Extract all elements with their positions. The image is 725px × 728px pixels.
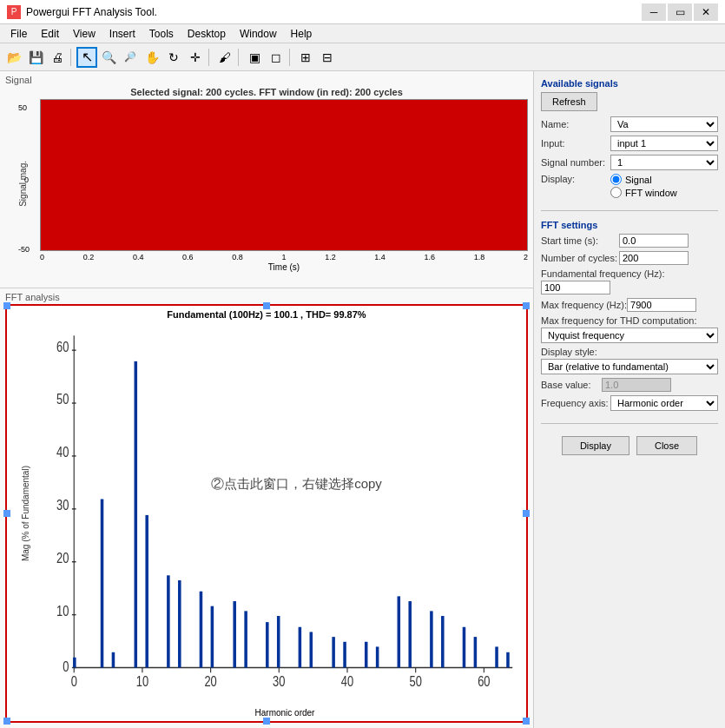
close-button-main[interactable]: Close	[636, 436, 697, 455]
freq-axis-select[interactable]: Harmonic order	[610, 395, 718, 411]
resize-handle-bm[interactable]	[263, 718, 270, 725]
max-freq-thd-select[interactable]: Nyquist frequency	[541, 328, 718, 343]
svg-rect-30	[73, 658, 76, 668]
base-value-label: Base value:	[541, 380, 602, 390]
fund-freq-input[interactable]	[541, 281, 610, 295]
svg-rect-54	[474, 637, 478, 667]
fund-freq-label: Fundamental frequency (Hz):	[541, 268, 718, 279]
svg-rect-55	[495, 646, 498, 667]
minimize-button[interactable]: ─	[642, 3, 666, 21]
svg-rect-49	[398, 596, 401, 667]
resize-handle-tl[interactable]	[3, 302, 10, 309]
radio-fft-window[interactable]: FFT window	[610, 187, 677, 198]
pointer-button[interactable]: ↖	[76, 47, 97, 68]
svg-text:20: 20	[56, 551, 69, 566]
svg-rect-48	[376, 646, 379, 667]
svg-text:10: 10	[136, 674, 148, 689]
toolbar-sep-2	[208, 49, 212, 66]
display-style-select[interactable]: Bar (relative to fundamental)	[541, 359, 718, 374]
fft-settings-section: FFT settings Start time (s): Number of c…	[541, 220, 718, 414]
radio-signal[interactable]: Signal	[610, 174, 677, 185]
max-freq-input[interactable]	[627, 298, 696, 312]
svg-rect-41	[266, 622, 269, 667]
signal-annotation: ①点击plot edit键	[69, 103, 165, 118]
3d-button[interactable]: ⊟	[317, 47, 338, 68]
new-figure-button[interactable]: ◻	[266, 47, 287, 68]
fft-panel-label: FFT analysis	[5, 292, 528, 302]
input-select[interactable]: input 1	[610, 136, 718, 151]
max-freq-row: Max frequency (Hz):	[541, 298, 718, 312]
max-freq-thd-label: Max frequency for THD computation:	[541, 315, 718, 326]
base-value-row: Base value:	[541, 378, 718, 392]
menu-file[interactable]: File	[3, 26, 34, 42]
restore-button[interactable]: ▭	[668, 3, 692, 21]
svg-rect-36	[178, 580, 181, 668]
window-controls: ─ ▭ ✕	[642, 3, 718, 21]
open-button[interactable]: 📂	[3, 47, 24, 68]
ytick-bot: -50	[18, 245, 30, 254]
available-signals-section: Available signals Refresh Name: Va Input…	[541, 78, 718, 202]
menu-edit[interactable]: Edit	[34, 26, 66, 42]
figure-button[interactable]: ▣	[244, 47, 265, 68]
num-cycles-row: Number of cycles:	[541, 251, 718, 265]
resize-handle-br[interactable]	[523, 718, 530, 725]
display-button[interactable]: Display	[562, 436, 629, 455]
menu-desktop[interactable]: Desktop	[181, 26, 233, 42]
svg-text:20: 20	[204, 674, 216, 689]
svg-rect-34	[145, 515, 148, 668]
menu-view[interactable]: View	[66, 26, 102, 42]
svg-text:60: 60	[478, 674, 490, 689]
fft-panel: FFT analysis Fundamental (100Hz) = 100.1…	[0, 288, 533, 728]
cursor-button[interactable]: ✛	[185, 47, 206, 68]
num-cycles-input[interactable]	[619, 251, 689, 265]
svg-rect-47	[365, 642, 368, 668]
print-button[interactable]: 🖨	[47, 47, 68, 68]
app-icon: P	[7, 5, 21, 19]
signal-panel: Signal ①点击plot edit键 Selected signal: 20…	[0, 71, 533, 288]
menu-window[interactable]: Window	[233, 26, 284, 42]
pan-button[interactable]: ✋	[142, 47, 162, 68]
svg-text:10: 10	[56, 604, 69, 619]
refresh-button[interactable]: Refresh	[541, 92, 597, 111]
resize-handle-tr[interactable]	[523, 302, 530, 309]
start-time-input[interactable]	[619, 234, 689, 248]
svg-rect-40	[244, 611, 247, 667]
menu-help[interactable]: Help	[284, 26, 320, 42]
signal-number-select[interactable]: 1	[610, 155, 718, 170]
grid-button[interactable]: ⊞	[295, 47, 316, 68]
svg-rect-50	[408, 601, 412, 667]
svg-rect-52	[441, 616, 445, 667]
svg-rect-37	[200, 592, 203, 668]
base-value-input[interactable]	[602, 378, 671, 392]
display-radio-group: Signal FFT window	[610, 174, 677, 198]
x-ticks: 00.20.40.60.811.21.41.61.82	[40, 253, 528, 261]
menu-tools[interactable]: Tools	[142, 26, 181, 42]
save-button[interactable]: 💾	[25, 47, 46, 68]
fft-inner[interactable]: Fundamental (100Hz) = 100.1 , THD= 99.87…	[5, 304, 528, 723]
max-freq-label: Max frequency (Hz):	[541, 300, 627, 310]
svg-rect-39	[233, 601, 236, 667]
zoom-out-button[interactable]: 🔎	[120, 47, 141, 68]
fft-y-label: Mag (% of Fundamental)	[21, 466, 30, 561]
svg-rect-31	[101, 500, 104, 668]
resize-handle-bl[interactable]	[3, 718, 10, 725]
zoom-in-button[interactable]: 🔍	[98, 47, 119, 68]
input-row: Input: input 1	[541, 136, 718, 151]
name-select[interactable]: Va	[610, 116, 718, 132]
rotate-button[interactable]: ↻	[163, 47, 184, 68]
svg-rect-45	[332, 637, 335, 667]
svg-text:0: 0	[71, 674, 77, 689]
ytick-top: 50	[18, 103, 27, 112]
signal-x-label: Time (s)	[40, 262, 528, 272]
svg-rect-44	[310, 632, 313, 667]
brush-button[interactable]: 🖌	[214, 47, 235, 68]
num-cycles-label: Number of cycles:	[541, 253, 619, 263]
menu-insert[interactable]: Insert	[102, 26, 142, 42]
svg-rect-42	[277, 616, 280, 667]
svg-text:60: 60	[56, 339, 69, 354]
resize-handle-tm[interactable]	[263, 302, 270, 309]
right-panel: Available signals Refresh Name: Va Input…	[534, 71, 725, 728]
max-freq-thd-row: Max frequency for THD computation: Nyqui…	[541, 315, 718, 343]
signal-number-row: Signal number: 1	[541, 155, 718, 170]
close-button[interactable]: ✕	[694, 3, 718, 21]
